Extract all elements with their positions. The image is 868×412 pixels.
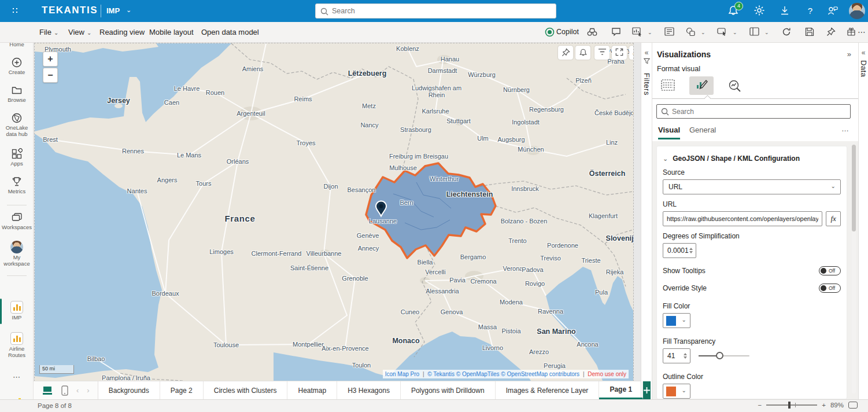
workspace-switcher[interactable]: IMP bbox=[106, 6, 120, 15]
fill-color-picker[interactable]: ⌄ bbox=[663, 313, 690, 328]
gift-button[interactable] bbox=[844, 26, 858, 39]
sidebar-item-apps[interactable]: Apps bbox=[0, 148, 34, 167]
filters-pane-collapsed[interactable]: « Filters bbox=[641, 43, 652, 399]
menu-mobile-layout[interactable]: Mobile layout bbox=[149, 28, 194, 36]
zoom-slider[interactable] bbox=[766, 404, 817, 406]
comment-button[interactable] bbox=[609, 26, 623, 39]
buttons-button[interactable] bbox=[715, 26, 729, 39]
chevron-down-icon[interactable]: ⌄ bbox=[733, 30, 737, 35]
attribution-product[interactable]: Icon Map Pro bbox=[385, 371, 419, 377]
copilot-label[interactable]: Copilot bbox=[556, 28, 579, 36]
attribution-tekantis[interactable]: © Tekantis bbox=[427, 371, 455, 377]
collapse-icon[interactable]: « bbox=[859, 49, 868, 57]
tabs-more-icon[interactable]: … bbox=[841, 124, 849, 133]
desktop-view-icon[interactable] bbox=[42, 385, 53, 396]
sidebar-item-imp[interactable]: IMP bbox=[0, 301, 34, 321]
data-pane-collapsed[interactable]: « Data bbox=[858, 43, 868, 399]
copilot-button[interactable] bbox=[542, 26, 556, 39]
focus-mode-button[interactable] bbox=[612, 46, 627, 60]
format-search-input[interactable] bbox=[672, 105, 845, 117]
fit-to-page-icon[interactable] bbox=[848, 402, 858, 409]
sidebar-item-browse[interactable]: Browse bbox=[0, 84, 34, 104]
shapes-button[interactable] bbox=[684, 26, 697, 39]
fill-transparency-slider[interactable] bbox=[699, 355, 749, 356]
format-search[interactable] bbox=[656, 104, 851, 119]
waffle-menu-icon[interactable] bbox=[12, 7, 20, 15]
simplification-stepper[interactable]: 0.0001 bbox=[663, 243, 696, 258]
page-tab-heatmap[interactable]: Heatmap bbox=[287, 381, 337, 399]
map-zoom-in-button[interactable]: + bbox=[43, 52, 58, 67]
sidebar-item-airline-routes[interactable]: Airline Routes bbox=[0, 332, 34, 359]
tab-visual[interactable]: Visual bbox=[658, 126, 680, 139]
menu-view[interactable]: View⌄ bbox=[68, 28, 91, 36]
chevron-down-icon[interactable]: ⌄ bbox=[648, 30, 652, 35]
next-page-icon[interactable]: › bbox=[87, 386, 89, 395]
zoom-in-icon[interactable]: + bbox=[822, 402, 826, 409]
page-tab-h3-hexagons[interactable]: H3 Hexagons bbox=[337, 381, 401, 399]
outline-color-picker[interactable]: ⌄ bbox=[663, 384, 690, 399]
notifications-button[interactable]: 4 bbox=[727, 5, 740, 17]
page-tab-page-1[interactable]: Page 1 bbox=[599, 381, 643, 399]
stepper-up[interactable] bbox=[689, 248, 693, 250]
pin-button[interactable] bbox=[824, 26, 838, 39]
add-page-button[interactable] bbox=[643, 381, 651, 399]
zoom-out-icon[interactable]: − bbox=[758, 402, 762, 409]
text-box-button[interactable] bbox=[662, 26, 676, 39]
sidebar-item-workspaces[interactable]: Workspaces bbox=[0, 212, 34, 231]
download-button[interactable] bbox=[779, 5, 792, 17]
save-button[interactable] bbox=[803, 26, 817, 39]
expand-icon[interactable]: » bbox=[847, 50, 851, 58]
fill-transparency-stepper[interactable]: 41 bbox=[663, 348, 690, 363]
sidebar-item-metrics[interactable]: Metrics bbox=[0, 176, 34, 195]
mobile-view-icon[interactable] bbox=[61, 385, 68, 396]
data-pane-label[interactable]: Data bbox=[859, 60, 868, 77]
section-geojson-config[interactable]: ⌄GeoJSON / Shape / KML Configuration bbox=[663, 154, 841, 163]
page-tab-circles-with-clusters[interactable]: Circles with Clusters bbox=[204, 381, 288, 399]
avatar[interactable] bbox=[849, 3, 865, 19]
stepper-down[interactable] bbox=[684, 356, 687, 359]
format-pane-button[interactable] bbox=[689, 76, 714, 95]
page-tab-polygons-with-drilldown[interactable]: Polygons with Drilldown bbox=[401, 381, 496, 399]
attribution-osm[interactable]: © OpenStreetMap contributors bbox=[501, 371, 579, 377]
fx-conditional-format-button[interactable]: fx bbox=[826, 211, 841, 226]
global-search[interactable] bbox=[315, 3, 556, 19]
chevron-down-icon[interactable]: ⌄ bbox=[764, 30, 769, 35]
zoom-slider-handle[interactable] bbox=[788, 402, 791, 409]
map-visual[interactable]: PlymouthJerseyAmiensLe HavreRouenCaenRei… bbox=[35, 43, 633, 381]
menu-file[interactable]: File⌄ bbox=[39, 28, 58, 36]
pin-visual-button[interactable] bbox=[558, 46, 573, 60]
show-tooltips-toggle[interactable]: Off bbox=[819, 266, 841, 275]
filters-pane-label[interactable]: Filters bbox=[642, 73, 651, 95]
find-button[interactable] bbox=[585, 26, 599, 39]
sidebar-item-my-workspace[interactable]: My workspace bbox=[0, 241, 34, 267]
prev-page-icon[interactable]: ‹ bbox=[76, 386, 79, 395]
stepper-down[interactable] bbox=[689, 251, 693, 253]
page-tab-page-2[interactable]: Page 2 bbox=[160, 381, 204, 399]
source-dropdown[interactable]: URL ⌄ bbox=[663, 179, 841, 194]
chevron-down-icon[interactable]: ⌄ bbox=[701, 30, 706, 35]
override-style-toggle[interactable]: Off bbox=[819, 284, 841, 293]
map-zoom-out-button[interactable]: − bbox=[43, 68, 58, 83]
alerts-button[interactable] bbox=[575, 46, 590, 60]
fields-pane-button[interactable] bbox=[656, 76, 680, 95]
search-input[interactable] bbox=[332, 5, 552, 17]
collapse-icon[interactable]: « bbox=[641, 49, 652, 57]
more-options-icon[interactable]: ⋯ bbox=[858, 27, 866, 36]
feedback-button[interactable] bbox=[827, 5, 840, 17]
sidebar-more-button[interactable]: ⋯ bbox=[0, 373, 34, 381]
refresh-button[interactable] bbox=[780, 26, 793, 39]
stepper-up[interactable] bbox=[684, 353, 687, 355]
sidebar-item-create[interactable]: Create bbox=[0, 57, 34, 76]
add-visual-button[interactable] bbox=[630, 26, 644, 39]
panel-scrollbar[interactable] bbox=[852, 145, 856, 393]
sidebar-item-onelake[interactable]: OneLake data hub bbox=[0, 112, 34, 138]
help-button[interactable]: ? bbox=[804, 5, 817, 17]
page-tab-backgrounds[interactable]: Backgrounds bbox=[98, 381, 160, 399]
url-input[interactable] bbox=[663, 211, 822, 226]
page-tab-images-reference-layer[interactable]: Images & Reference Layer bbox=[496, 381, 600, 399]
analytics-pane-button[interactable] bbox=[723, 76, 747, 95]
attribution-openmaptiles[interactable]: © OpenMapTiles bbox=[456, 371, 500, 377]
visual-more-options-button[interactable]: … bbox=[629, 46, 633, 60]
settings-button[interactable] bbox=[754, 5, 766, 17]
page-layout-button[interactable] bbox=[747, 26, 761, 39]
